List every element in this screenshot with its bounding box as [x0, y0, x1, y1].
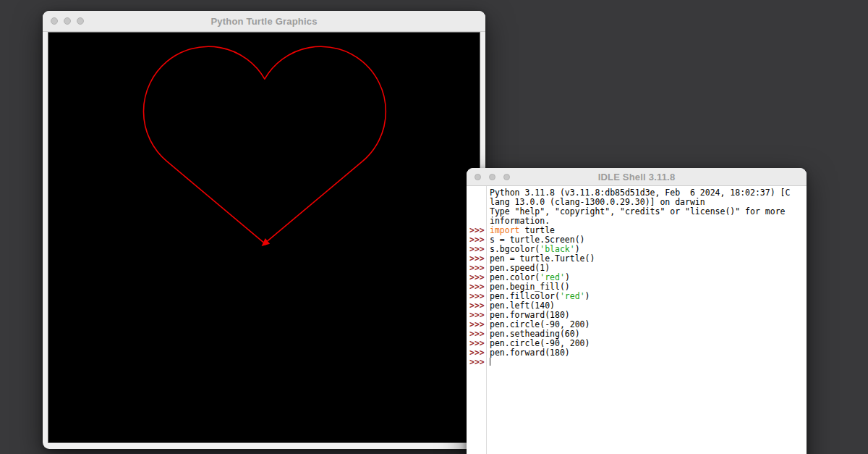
code-segment-text: information. — [490, 216, 550, 226]
window-controls — [51, 11, 90, 31]
code-segment-text: s.bgcolor( — [490, 244, 540, 254]
window-title: IDLE Shell 3.11.8 — [598, 172, 676, 182]
code-segment-string: 'red' — [560, 291, 585, 301]
code-segment-text: pen.fillcolor( — [490, 291, 560, 301]
canvas-frame — [48, 32, 480, 443]
shell-gutter-blank — [467, 207, 486, 217]
code-segment-text: ) — [575, 244, 580, 254]
close-button[interactable] — [51, 17, 58, 25]
code-segment-text: s = turtle.Screen() — [490, 235, 585, 245]
turtle-titlebar[interactable]: Python Turtle Graphics — [43, 11, 485, 32]
code-segment-string: 'red' — [540, 272, 565, 282]
idle-shell-window: IDLE Shell 3.11.8 Python 3.11.8 (v3.11.8… — [467, 168, 807, 454]
idle-titlebar[interactable]: IDLE Shell 3.11.8 — [467, 168, 807, 186]
minimize-button[interactable] — [489, 174, 495, 180]
code-segment-text: pen.forward(180) — [490, 310, 570, 320]
gutter-divider — [486, 186, 487, 454]
zoom-button[interactable] — [77, 17, 84, 25]
code-segment-keyword: import — [490, 225, 520, 235]
code-segment-text: pen.color( — [490, 272, 540, 282]
code-segment-text: pen.circle(-90, 200) — [490, 338, 590, 348]
code-segment-text: pen.begin_fill() — [490, 282, 570, 292]
code-segment-text: pen.left(140) — [490, 300, 555, 311]
shell-gutter-blank — [467, 198, 486, 207]
code-segment-text: pen.speed(1) — [490, 263, 550, 273]
window-title: Python Turtle Graphics — [210, 16, 317, 27]
turtle-canvas[interactable] — [48, 33, 480, 442]
code-segment-text: pen.setheading(60) — [490, 329, 580, 339]
code-segment-text: pen = turtle.Turtle() — [490, 253, 595, 264]
code-segment-text: ) — [565, 272, 570, 282]
code-segment-text: pen.forward(180) — [490, 348, 570, 358]
window-controls — [475, 168, 518, 185]
shell-line: >>> — [467, 358, 807, 367]
shell-gutter-blank — [467, 188, 486, 198]
minimize-button[interactable] — [64, 17, 71, 25]
code-segment-text: lang 13.0.0 (clang-1300.0.29.30)] on dar… — [490, 197, 705, 207]
code-segment-text: Type "help", "copyright", "credits" or "… — [490, 206, 786, 217]
turtle-graphics-window: Python Turtle Graphics — [43, 11, 485, 449]
shell-line: >>>pen.forward(180) — [467, 348, 807, 358]
code-segment-string: 'black' — [540, 244, 574, 254]
code-segment-text: turtle — [520, 225, 555, 235]
zoom-button[interactable] — [503, 174, 510, 180]
code-segment-text: Python 3.11.8 (v3.11.8:db85d51d3e, Feb 6… — [490, 188, 790, 198]
heart-drawing — [143, 46, 386, 245]
desktop: { "turtle_window": { "title": "Python Tu… — [0, 0, 868, 454]
text-caret — [490, 358, 490, 366]
shell-prompt: >>> — [467, 358, 486, 367]
shell-code-text: pen.forward(180) — [486, 348, 570, 358]
code-segment-text: pen.circle(-90, 200) — [490, 319, 590, 329]
code-segment-text: ) — [585, 291, 590, 301]
close-button[interactable] — [475, 174, 481, 180]
shell-output[interactable]: Python 3.11.8 (v3.11.8:db85d51d3e, Feb 6… — [467, 186, 807, 454]
